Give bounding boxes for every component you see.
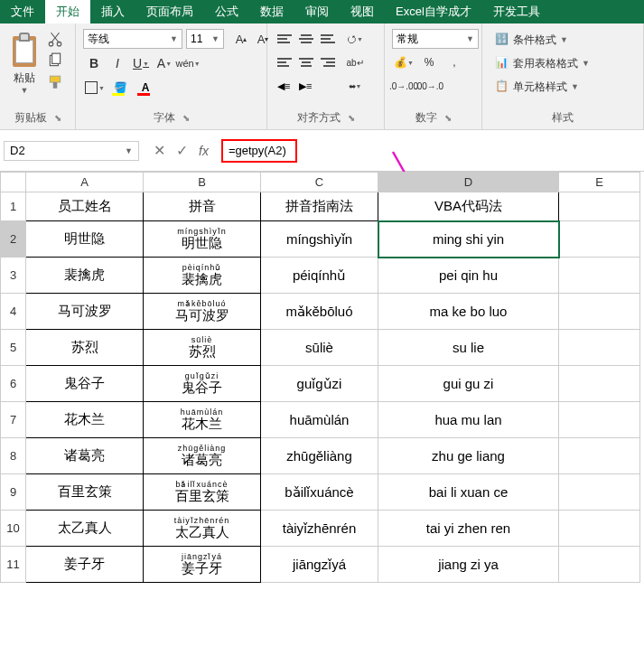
inc-decimal-button[interactable]: .0→.00 <box>392 76 415 96</box>
tab-formula[interactable]: 公式 <box>204 0 249 23</box>
cell-E6[interactable] <box>559 366 640 402</box>
cell-B10[interactable]: tàiyǐzhēnrén太乙真人 <box>144 511 261 547</box>
underline-button[interactable]: U▼ <box>130 52 152 74</box>
tab-insert[interactable]: 插入 <box>90 0 135 23</box>
col-header-E[interactable]: E <box>559 173 640 192</box>
cell-E9[interactable] <box>559 474 640 511</box>
row-header-1[interactable]: 1 <box>1 192 26 221</box>
cancel-icon[interactable]: ✕ <box>154 142 165 159</box>
cell-A11[interactable]: 姜子牙 <box>26 547 144 583</box>
align-top-button[interactable] <box>275 29 294 49</box>
select-all-corner[interactable] <box>1 173 26 192</box>
cell-C10[interactable]: tàiyǐzhēnrén <box>261 511 378 547</box>
bold-button[interactable]: B <box>83 52 105 74</box>
cell-E5[interactable] <box>559 330 640 366</box>
row-header-9[interactable]: 9 <box>1 474 26 511</box>
cell-C1[interactable]: 拼音指南法 <box>261 192 378 221</box>
col-header-D[interactable]: D <box>378 173 559 192</box>
cell-E2[interactable] <box>559 221 640 258</box>
cell-D11[interactable]: jiang zi ya <box>378 547 559 583</box>
paste-button[interactable]: 粘贴 ▼ <box>4 25 45 95</box>
cell-E10[interactable] <box>559 511 640 547</box>
table-format-button[interactable]: 📊套用表格格式▼ <box>491 52 593 74</box>
tab-dev[interactable]: 开发工具 <box>482 0 551 23</box>
cell-A9[interactable]: 百里玄策 <box>26 474 144 511</box>
cell-E3[interactable] <box>559 258 640 294</box>
cell-C9[interactable]: bǎilǐxuáncè <box>261 474 378 511</box>
col-header-B[interactable]: B <box>144 173 261 192</box>
fx-icon[interactable]: fx <box>199 144 209 158</box>
currency-button[interactable]: 💰▼ <box>392 52 415 72</box>
row-header-3[interactable]: 3 <box>1 258 26 294</box>
tab-view[interactable]: 视图 <box>340 0 385 23</box>
font-size-combo[interactable]: 11▼ <box>186 29 224 49</box>
align-middle-button[interactable] <box>296 29 316 49</box>
format-painter-icon[interactable] <box>47 74 63 90</box>
cell-B4[interactable]: mǎkěbōluó马可波罗 <box>144 294 261 330</box>
cell-B6[interactable]: guǐgǔzi鬼谷子 <box>144 366 261 402</box>
sheet-grid[interactable]: ABCDE1员工姓名拼音拼音指南法VBA代码法2明世隐míngshìyǐn明世隐… <box>0 172 644 583</box>
cell-D3[interactable]: pei qin hu <box>378 258 559 294</box>
tab-file[interactable]: 文件 <box>0 0 45 23</box>
col-header-A[interactable]: A <box>26 173 144 192</box>
col-header-C[interactable]: C <box>261 173 378 192</box>
copy-icon[interactable] <box>47 52 63 69</box>
cell-A8[interactable]: 诸葛亮 <box>26 438 144 474</box>
row-header-11[interactable]: 11 <box>1 547 26 583</box>
font-color-button[interactable]: A <box>134 78 157 98</box>
cell-B7[interactable]: huāmùlán花木兰 <box>144 402 261 438</box>
cond-format-button[interactable]: 🔢条件格式▼ <box>491 29 593 51</box>
cell-B1[interactable]: 拼音 <box>144 192 261 221</box>
tab-home[interactable]: 开始 <box>45 0 90 23</box>
name-box[interactable]: D2▼ <box>4 141 139 161</box>
cell-A1[interactable]: 员工姓名 <box>26 192 144 221</box>
cell-E8[interactable] <box>559 438 640 474</box>
cell-C8[interactable]: zhūgěliàng <box>261 438 378 474</box>
align-right-button[interactable] <box>318 52 338 72</box>
cut-icon[interactable] <box>47 31 63 47</box>
percent-button[interactable]: % <box>417 52 441 72</box>
cell-D5[interactable]: su lie <box>378 330 559 366</box>
font-name-combo[interactable]: 等线▼ <box>83 29 182 49</box>
wen-button[interactable]: wén▼ <box>177 52 199 74</box>
cell-B3[interactable]: pèiqínhǔ裴擒虎 <box>144 258 261 294</box>
align-bottom-button[interactable] <box>318 29 338 49</box>
cell-C6[interactable]: guǐgǔzi <box>261 366 378 402</box>
italic-button[interactable]: I <box>107 52 128 74</box>
tab-review[interactable]: 审阅 <box>294 0 340 23</box>
row-header-6[interactable]: 6 <box>1 366 26 402</box>
grow-font-icon[interactable]: A▴ <box>231 29 251 49</box>
cell-A7[interactable]: 花木兰 <box>26 402 144 438</box>
cell-C11[interactable]: jiāngzǐyá <box>261 547 378 583</box>
fill-color-button[interactable]: 🪣 <box>108 78 132 98</box>
phonetic-guide-button[interactable]: A▼ <box>154 52 175 74</box>
cell-C5[interactable]: sūliè <box>261 330 378 366</box>
cell-E11[interactable] <box>559 547 640 583</box>
cell-B8[interactable]: zhūgěliàng诸葛亮 <box>144 438 261 474</box>
launcher-icon[interactable]: ⬊ <box>444 113 452 123</box>
cell-style-button[interactable]: 📋单元格样式▼ <box>491 76 593 98</box>
cell-E7[interactable] <box>559 402 640 438</box>
cell-D4[interactable]: ma ke bo luo <box>378 294 559 330</box>
tab-data[interactable]: 数据 <box>249 0 294 23</box>
cell-A6[interactable]: 鬼谷子 <box>26 366 144 402</box>
cell-A10[interactable]: 太乙真人 <box>26 511 144 547</box>
cell-B9[interactable]: bǎilǐxuáncè百里玄策 <box>144 474 261 511</box>
orientation-button[interactable]: ⭯▼ <box>343 29 367 49</box>
dec-decimal-button[interactable]: .00→.0 <box>417 76 441 96</box>
cell-A2[interactable]: 明世隐 <box>26 221 144 258</box>
cell-C7[interactable]: huāmùlán <box>261 402 378 438</box>
cell-B11[interactable]: jiāngzǐyá姜子牙 <box>144 547 261 583</box>
cell-D6[interactable]: gui gu zi <box>378 366 559 402</box>
cell-D8[interactable]: zhu ge liang <box>378 438 559 474</box>
wrap-text-button[interactable]: ab↵ <box>343 52 367 72</box>
launcher-icon[interactable]: ⬊ <box>54 113 61 123</box>
cell-D10[interactable]: tai yi zhen ren <box>378 511 559 547</box>
row-header-7[interactable]: 7 <box>1 402 26 438</box>
launcher-icon[interactable]: ⬊ <box>348 113 355 123</box>
tab-layout[interactable]: 页面布局 <box>135 0 204 23</box>
formula-input[interactable]: =getpy(A2) <box>221 139 297 163</box>
cell-D1[interactable]: VBA代码法 <box>378 192 559 221</box>
align-left-button[interactable] <box>275 52 294 72</box>
border-button[interactable]: ▼ <box>83 78 107 98</box>
